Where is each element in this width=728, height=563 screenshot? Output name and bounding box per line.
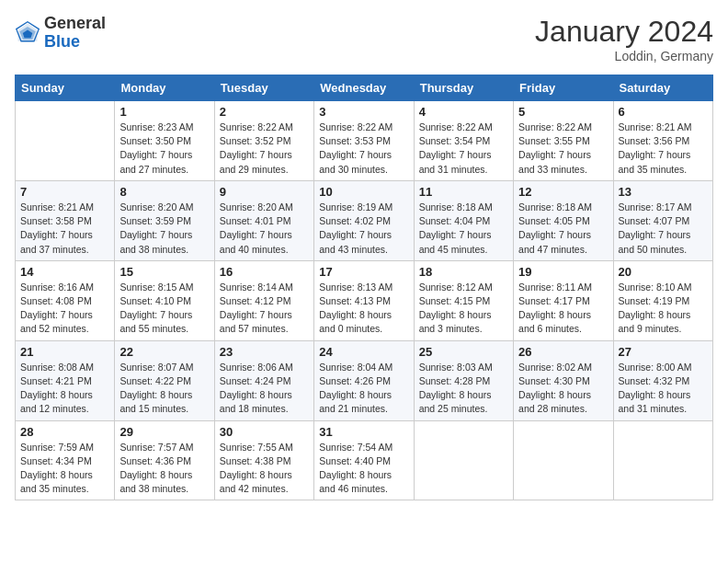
calendar-cell	[514, 420, 613, 500]
day-info: Sunrise: 8:18 AMSunset: 4:05 PMDaylight:…	[518, 201, 608, 257]
day-info: Sunrise: 8:22 AMSunset: 3:53 PMDaylight:…	[319, 121, 408, 177]
day-info: Sunrise: 7:59 AMSunset: 4:34 PMDaylight:…	[20, 441, 109, 497]
column-header-thursday: Thursday	[414, 75, 513, 101]
day-info: Sunrise: 8:13 AMSunset: 4:13 PMDaylight:…	[319, 281, 408, 337]
calendar-cell: 19Sunrise: 8:11 AMSunset: 4:17 PMDayligh…	[514, 260, 613, 340]
calendar-cell: 1Sunrise: 8:23 AMSunset: 3:50 PMDaylight…	[115, 101, 214, 181]
day-number: 21	[20, 345, 109, 359]
day-info: Sunrise: 7:55 AMSunset: 4:38 PMDaylight:…	[220, 441, 309, 497]
title-area: January 2024 Loddin, Germany	[535, 15, 713, 63]
calendar-cell: 30Sunrise: 7:55 AMSunset: 4:38 PMDayligh…	[214, 420, 313, 500]
column-header-monday: Monday	[115, 75, 214, 101]
calendar-cell: 10Sunrise: 8:19 AMSunset: 4:02 PMDayligh…	[314, 180, 414, 260]
day-info: Sunrise: 8:18 AMSunset: 4:04 PMDaylight:…	[419, 201, 508, 257]
day-number: 22	[119, 345, 209, 359]
calendar-cell	[16, 101, 115, 181]
day-info: Sunrise: 8:11 AMSunset: 4:17 PMDaylight:…	[518, 281, 608, 337]
column-header-friday: Friday	[514, 75, 613, 101]
calendar-cell: 20Sunrise: 8:10 AMSunset: 4:19 PMDayligh…	[613, 260, 712, 340]
calendar-cell: 7Sunrise: 8:21 AMSunset: 3:58 PMDaylight…	[16, 180, 115, 260]
day-info: Sunrise: 7:54 AMSunset: 4:40 PMDaylight:…	[319, 441, 408, 497]
day-info: Sunrise: 8:07 AMSunset: 4:22 PMDaylight:…	[119, 361, 209, 417]
day-info: Sunrise: 8:00 AMSunset: 4:32 PMDaylight:…	[619, 361, 708, 417]
calendar-cell: 25Sunrise: 8:03 AMSunset: 4:28 PMDayligh…	[414, 340, 513, 420]
calendar-table: SundayMondayTuesdayWednesdayThursdayFrid…	[15, 75, 713, 500]
day-number: 19	[518, 265, 608, 279]
day-number: 30	[220, 425, 309, 439]
week-row-4: 21Sunrise: 8:08 AMSunset: 4:21 PMDayligh…	[16, 340, 713, 420]
logo-general-text: General	[44, 14, 106, 32]
calendar-cell: 3Sunrise: 8:22 AMSunset: 3:53 PMDaylight…	[314, 101, 414, 181]
week-row-5: 28Sunrise: 7:59 AMSunset: 4:34 PMDayligh…	[16, 420, 713, 500]
day-number: 27	[619, 345, 708, 359]
day-info: Sunrise: 8:15 AMSunset: 4:10 PMDaylight:…	[119, 281, 209, 337]
calendar-cell: 2Sunrise: 8:22 AMSunset: 3:52 PMDaylight…	[214, 101, 313, 181]
calendar-cell: 21Sunrise: 8:08 AMSunset: 4:21 PMDayligh…	[16, 340, 115, 420]
day-number: 28	[20, 425, 109, 439]
day-number: 14	[20, 265, 109, 279]
calendar-cell: 15Sunrise: 8:15 AMSunset: 4:10 PMDayligh…	[115, 260, 214, 340]
day-number: 13	[619, 185, 708, 199]
calendar-cell: 28Sunrise: 7:59 AMSunset: 4:34 PMDayligh…	[16, 420, 115, 500]
week-row-1: 1Sunrise: 8:23 AMSunset: 3:50 PMDaylight…	[16, 101, 713, 181]
day-number: 31	[319, 425, 408, 439]
day-info: Sunrise: 8:04 AMSunset: 4:26 PMDaylight:…	[319, 361, 408, 417]
calendar-cell: 16Sunrise: 8:14 AMSunset: 4:12 PMDayligh…	[214, 260, 313, 340]
calendar-cell	[613, 420, 712, 500]
column-header-saturday: Saturday	[613, 75, 712, 101]
day-number: 9	[220, 185, 309, 199]
day-info: Sunrise: 8:02 AMSunset: 4:30 PMDaylight:…	[518, 361, 608, 417]
week-row-3: 14Sunrise: 8:16 AMSunset: 4:08 PMDayligh…	[16, 260, 713, 340]
day-number: 7	[20, 185, 109, 199]
day-number: 26	[518, 345, 608, 359]
day-info: Sunrise: 8:20 AMSunset: 3:59 PMDaylight:…	[119, 201, 209, 257]
column-header-wednesday: Wednesday	[314, 75, 414, 101]
calendar-cell: 27Sunrise: 8:00 AMSunset: 4:32 PMDayligh…	[613, 340, 712, 420]
day-number: 10	[319, 185, 408, 199]
calendar-cell: 22Sunrise: 8:07 AMSunset: 4:22 PMDayligh…	[115, 340, 214, 420]
logo-blue-text: Blue	[44, 32, 80, 51]
day-info: Sunrise: 8:06 AMSunset: 4:24 PMDaylight:…	[220, 361, 309, 417]
calendar-cell: 26Sunrise: 8:02 AMSunset: 4:30 PMDayligh…	[514, 340, 613, 420]
column-header-sunday: Sunday	[16, 75, 115, 101]
day-info: Sunrise: 8:21 AMSunset: 3:56 PMDaylight:…	[619, 121, 708, 177]
day-info: Sunrise: 8:10 AMSunset: 4:19 PMDaylight:…	[619, 281, 708, 337]
calendar-cell: 9Sunrise: 8:20 AMSunset: 4:01 PMDaylight…	[214, 180, 313, 260]
day-info: Sunrise: 7:57 AMSunset: 4:36 PMDaylight:…	[119, 441, 209, 497]
day-number: 17	[319, 265, 408, 279]
day-info: Sunrise: 8:12 AMSunset: 4:15 PMDaylight:…	[419, 281, 508, 337]
day-info: Sunrise: 8:03 AMSunset: 4:28 PMDaylight:…	[419, 361, 508, 417]
day-number: 24	[319, 345, 408, 359]
calendar-cell: 6Sunrise: 8:21 AMSunset: 3:56 PMDaylight…	[613, 101, 712, 181]
day-number: 18	[419, 265, 508, 279]
day-number: 20	[619, 265, 708, 279]
calendar-cell: 31Sunrise: 7:54 AMSunset: 4:40 PMDayligh…	[314, 420, 414, 500]
logo: General Blue	[15, 15, 106, 52]
calendar-cell: 29Sunrise: 7:57 AMSunset: 4:36 PMDayligh…	[115, 420, 214, 500]
week-row-2: 7Sunrise: 8:21 AMSunset: 3:58 PMDaylight…	[16, 180, 713, 260]
month-title: January 2024	[535, 15, 713, 49]
calendar-cell: 24Sunrise: 8:04 AMSunset: 4:26 PMDayligh…	[314, 340, 414, 420]
day-number: 2	[220, 105, 309, 119]
day-number: 25	[419, 345, 508, 359]
day-info: Sunrise: 8:08 AMSunset: 4:21 PMDaylight:…	[20, 361, 109, 417]
day-info: Sunrise: 8:14 AMSunset: 4:12 PMDaylight:…	[220, 281, 309, 337]
day-number: 16	[220, 265, 309, 279]
day-number: 6	[619, 105, 708, 119]
day-number: 8	[119, 185, 209, 199]
day-number: 4	[419, 105, 508, 119]
day-info: Sunrise: 8:20 AMSunset: 4:01 PMDaylight:…	[220, 201, 309, 257]
day-info: Sunrise: 8:23 AMSunset: 3:50 PMDaylight:…	[119, 121, 209, 177]
calendar-cell: 23Sunrise: 8:06 AMSunset: 4:24 PMDayligh…	[214, 340, 313, 420]
day-number: 11	[419, 185, 508, 199]
day-number: 5	[518, 105, 608, 119]
day-info: Sunrise: 8:22 AMSunset: 3:52 PMDaylight:…	[220, 121, 309, 177]
calendar-cell: 18Sunrise: 8:12 AMSunset: 4:15 PMDayligh…	[414, 260, 513, 340]
day-info: Sunrise: 8:17 AMSunset: 4:07 PMDaylight:…	[619, 201, 708, 257]
day-number: 12	[518, 185, 608, 199]
day-info: Sunrise: 8:22 AMSunset: 3:54 PMDaylight:…	[419, 121, 508, 177]
day-number: 23	[220, 345, 309, 359]
calendar-cell: 14Sunrise: 8:16 AMSunset: 4:08 PMDayligh…	[16, 260, 115, 340]
page-header: General Blue January 2024 Loddin, German…	[15, 15, 713, 63]
calendar-cell: 5Sunrise: 8:22 AMSunset: 3:55 PMDaylight…	[514, 101, 613, 181]
